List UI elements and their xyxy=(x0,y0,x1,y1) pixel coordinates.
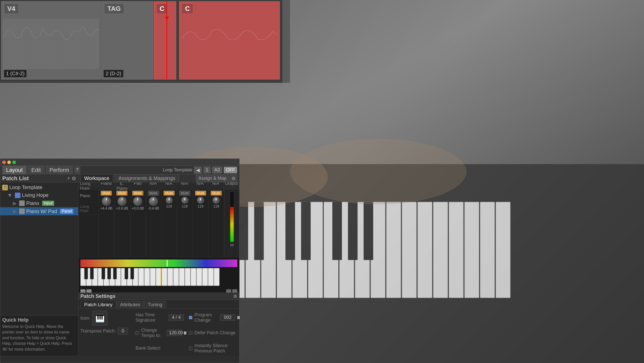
assign-map-button[interactable]: Assign & Map xyxy=(196,175,229,182)
knob-7[interactable] xyxy=(197,197,204,204)
svg-rect-74 xyxy=(107,268,111,279)
off-btn[interactable]: OFF xyxy=(224,167,237,173)
mute-btn-6[interactable]: Mute xyxy=(179,191,190,196)
channel-strip-6: Mute 118 xyxy=(177,190,193,257)
segment-v4-key: 1 (C#-2) xyxy=(4,70,26,77)
svg-rect-75 xyxy=(113,268,117,279)
mini-keyboard[interactable] xyxy=(80,268,237,288)
patch-list-panel: Patch List + ⚙ 🎵 Loop Template ▼ Living … xyxy=(0,174,78,356)
svg-rect-66 xyxy=(191,268,196,286)
svg-rect-73 xyxy=(102,268,105,279)
channel-strip-5: Mute 116 xyxy=(161,190,177,257)
ps-tempo-value[interactable]: 120.00 xyxy=(167,330,182,336)
tab-assignments[interactable]: Assignments & Mappings xyxy=(115,174,179,182)
mixer-left-label: Living Hope xyxy=(78,183,99,189)
fader-value-1: +4.4 dB xyxy=(100,206,112,210)
waveform-c2 xyxy=(182,21,277,67)
segment-tag[interactable]: TAG 2 (D-2) xyxy=(101,1,153,80)
segment-tag-label: TAG xyxy=(104,4,124,14)
close-button[interactable] xyxy=(2,161,6,164)
marker-btn-3[interactable] xyxy=(226,289,231,293)
folder-icon xyxy=(15,193,20,198)
output-channel: 20 xyxy=(224,190,239,257)
channel-strip-1: Mute +4.4 dB xyxy=(99,190,114,257)
knob-4[interactable] xyxy=(149,197,158,206)
ps-tab-tuning[interactable]: Tuning xyxy=(144,301,166,308)
segment-c1-label: C xyxy=(156,4,168,14)
svg-rect-62 xyxy=(167,268,173,286)
loop-template-label: Loop Template xyxy=(163,167,192,173)
maximize-button[interactable] xyxy=(12,161,16,164)
mute-btn-3[interactable]: Mute xyxy=(132,191,143,196)
mute-btn-5[interactable]: Mute xyxy=(163,191,175,196)
svg-rect-37 xyxy=(364,202,373,260)
mute-btn-1[interactable]: Mute xyxy=(101,191,112,196)
add-patch-button[interactable]: + xyxy=(67,175,70,182)
svg-rect-63 xyxy=(173,268,179,286)
mute-btn-8[interactable]: Mute xyxy=(211,191,222,196)
svg-rect-22 xyxy=(449,202,463,298)
patch-item-living-hope[interactable]: ▼ Living Hope xyxy=(0,191,78,199)
ps-silence-label: Instantly Silence Previous Patch xyxy=(194,343,237,354)
ps-gear-button[interactable]: ⚙ xyxy=(233,294,237,299)
ps-right-col: Has Time Signature: 4 / 4 Program Change… xyxy=(135,310,237,355)
ps-program-value[interactable]: 002 xyxy=(220,314,235,321)
ps-silence-checkbox[interactable] xyxy=(189,347,192,350)
fader-value-5: 116 xyxy=(166,204,172,208)
svg-rect-46 xyxy=(167,260,168,267)
minimize-button[interactable] xyxy=(7,161,11,164)
patch-list-title: Patch List xyxy=(2,175,29,182)
patch-item-piano[interactable]: ▶ Piano Input xyxy=(0,199,78,207)
svg-rect-61 xyxy=(162,268,167,286)
tab-perform[interactable]: Perform xyxy=(46,166,73,175)
segment-c2[interactable]: C xyxy=(179,1,280,80)
svg-rect-45 xyxy=(80,260,237,267)
ps-time-sig-value[interactable]: 4 / 4 xyxy=(169,314,184,321)
knob-2[interactable] xyxy=(118,197,127,206)
ps-tab-library[interactable]: Patch Library xyxy=(80,301,116,308)
channel-strip-7: Mute 119 xyxy=(193,190,209,257)
prev-btn[interactable]: ◀ xyxy=(194,167,202,174)
svg-rect-36 xyxy=(348,202,358,260)
svg-rect-76 xyxy=(125,268,128,279)
knob-6[interactable] xyxy=(181,197,188,204)
piano-mixer-label: Piano xyxy=(78,190,98,202)
mute-btn-7[interactable]: Mute xyxy=(195,191,206,196)
ps-bank-label: Bank Select: xyxy=(135,346,161,351)
mute-btn-2[interactable]: Mute xyxy=(116,191,128,196)
config-patch-button[interactable]: ⚙ xyxy=(72,175,76,182)
ps-tab-attributes[interactable]: Attributes xyxy=(116,301,144,308)
num-btn[interactable]: 1 xyxy=(203,167,211,173)
marker-btn-4[interactable] xyxy=(232,289,237,293)
ps-row-tempo: Change Tempo to: 120.00 xyxy=(135,326,184,340)
ps-icon-label: Icon: xyxy=(80,316,90,321)
mute-btn-4[interactable]: Mute xyxy=(148,191,159,196)
tab-workspace[interactable]: Workspace xyxy=(80,174,113,182)
patch-item-piano-pad[interactable]: ▶ Piano W/ Pad Panel xyxy=(0,207,78,215)
tab-edit[interactable]: Edit xyxy=(27,166,45,175)
svg-rect-72 xyxy=(90,268,94,279)
knob-3[interactable] xyxy=(133,197,142,206)
knob-1[interactable] xyxy=(102,197,111,206)
patch-list-header: Patch List + ⚙ xyxy=(0,174,78,183)
marker-btn-1[interactable] xyxy=(80,289,85,293)
tab-info[interactable]: ? xyxy=(74,166,80,174)
tab-layout[interactable]: Layout xyxy=(2,166,26,175)
ps-program-checkbox[interactable] xyxy=(189,316,192,319)
key-btn[interactable]: A3 xyxy=(212,167,222,173)
ps-transpose-value[interactable]: 0 xyxy=(118,328,128,334)
knob-5[interactable] xyxy=(166,197,173,204)
quick-help-text: Welcome to Quick Help. Move the pointer … xyxy=(2,324,76,352)
patch-item-root[interactable]: 🎵 Loop Template xyxy=(0,184,78,191)
ps-tempo-checkbox[interactable] xyxy=(135,331,139,335)
segment-c1[interactable]: C xyxy=(154,1,176,80)
ps-row-bank: Bank Select: xyxy=(135,341,184,355)
marker-btn-2[interactable] xyxy=(86,289,92,293)
segment-v4[interactable]: V4 1 (C#-2) xyxy=(1,1,101,80)
ps-icon-img[interactable]: 🎹 xyxy=(92,310,107,326)
ps-defer-checkbox[interactable] xyxy=(189,331,192,335)
svg-rect-71 xyxy=(84,268,88,279)
workspace-gear-button[interactable]: ⚙ xyxy=(230,175,237,182)
knob-8[interactable] xyxy=(213,197,220,204)
patch-settings-panel: Patch Settings ⚙ Patch Library Attribute… xyxy=(78,293,239,356)
